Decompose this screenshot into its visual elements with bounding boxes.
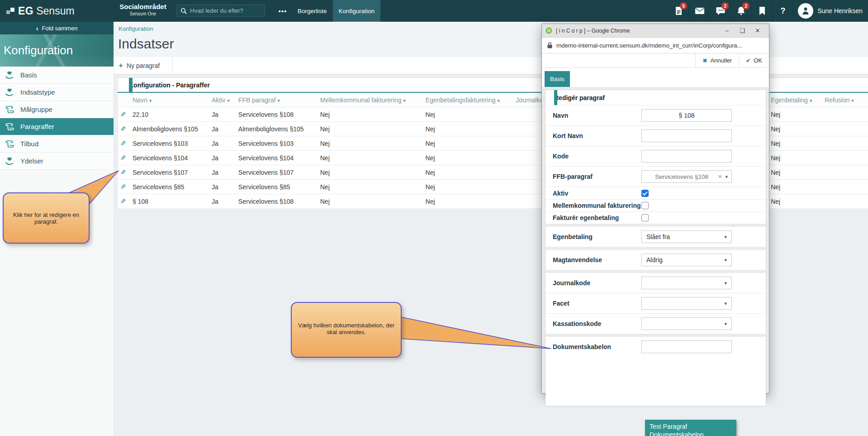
column-header-mellemkommunal[interactable]: Mellemkommunal fakturering▾ xyxy=(320,96,426,104)
collapse-label: Fold sammen xyxy=(42,25,78,32)
edit-pencil-icon[interactable]: ✎ xyxy=(120,139,126,148)
fakturer-egenbetaling-checkbox[interactable] xyxy=(641,214,649,221)
callout-choose-template: Vælg hvilken dokumentskabelon, der skal … xyxy=(291,302,402,358)
column-header-egenbetalingsfakturering[interactable]: Egenbetalingsfakturering▾ xyxy=(426,96,516,104)
cell-mellemkommunal: Nej xyxy=(320,154,426,162)
column-header-egenbetaling[interactable]: Egenbetaling▾ xyxy=(771,96,825,104)
help-button[interactable]: ? xyxy=(772,0,793,22)
mellemkommunal-checkbox[interactable] xyxy=(641,202,649,209)
edit-paragraph-popup: [ i n C o r p ] – Google Chrome – ❑ ✕ rn… xyxy=(541,24,769,393)
maximize-icon[interactable]: ❑ xyxy=(735,24,750,37)
scroll-icon xyxy=(4,139,15,149)
form-title: Redigér paragraf xyxy=(554,94,605,101)
chat-button[interactable]: 2 xyxy=(710,0,730,22)
sidebar-item-paragraffer[interactable]: Paragraffer xyxy=(0,118,114,135)
column-header-ffb-paragraf[interactable]: FFB paragraf▾ xyxy=(238,96,320,104)
bookmarks-button[interactable] xyxy=(751,0,772,22)
dokumentskabelon-dropdown-option[interactable]: Test Paragraf Dokumentskabelon xyxy=(645,420,736,436)
column-header-aktiv[interactable]: Aktiv▾ xyxy=(212,96,238,104)
app-logo[interactable]: EG Sensum xyxy=(6,0,75,22)
sidebar-item-basis[interactable]: Basis xyxy=(0,67,114,84)
edit-cell: ✎ xyxy=(118,168,133,177)
sidebar-collapse-button[interactable]: ‹ Fold sammen xyxy=(0,22,114,34)
form-row-dokumentskabelon: Dokumentskabelon xyxy=(545,337,766,357)
kode-input[interactable] xyxy=(641,150,732,163)
sidebar-item-label: Ydelser xyxy=(20,157,43,165)
sidebar-item-tilbud[interactable]: Tilbud xyxy=(0,135,114,153)
cancel-x-icon: ✖ xyxy=(702,57,707,64)
eg-logo-icon xyxy=(6,7,14,15)
sidebar-item-malgruppe[interactable]: Målgruppe xyxy=(0,101,114,118)
column-header-navn[interactable]: Navn▾ xyxy=(133,96,212,104)
popup-url: rndemo-internal-current.sensum.dk/rndemo… xyxy=(556,42,742,49)
form-row-kode: Kode xyxy=(545,146,766,167)
edit-pencil-icon[interactable]: ✎ xyxy=(120,125,126,133)
new-paragraph-button[interactable]: + Ny paragraf xyxy=(114,57,173,74)
cancel-button[interactable]: ✖ Annuller xyxy=(695,53,739,67)
notifications-button[interactable]: 2 xyxy=(730,0,751,22)
topbar-icons: 5 2 2 ? Sune Henrik xyxy=(669,0,868,22)
cell-egenbetalingsfakturering: Nej xyxy=(426,154,516,162)
help-icon: ? xyxy=(780,6,785,16)
sidebar-item-indsatstype[interactable]: Indsatstype xyxy=(0,84,114,101)
documents-button[interactable]: 5 xyxy=(669,0,689,22)
cell-mellemkommunal: Nej xyxy=(320,111,426,118)
kassationskode-select[interactable]: ▾ xyxy=(641,317,732,330)
sort-caret-icon: ▾ xyxy=(497,98,500,103)
magtanvendelse-select[interactable]: Aldrig ▾ xyxy=(641,254,732,266)
popup-title-bar[interactable]: [ i n C o r p ] – Google Chrome – ❑ ✕ xyxy=(542,24,769,38)
dokumentskabelon-input[interactable] xyxy=(641,340,732,353)
context-switcher[interactable]: Socialområdet Sensum One xyxy=(117,2,169,16)
sort-caret-icon: ▾ xyxy=(149,98,152,103)
column-header-refusion[interactable]: Refusion▾ xyxy=(825,96,868,104)
lock-icon xyxy=(547,42,552,48)
facet-select[interactable]: ▾ xyxy=(641,297,732,310)
documents-badge: 5 xyxy=(680,2,687,10)
sort-caret-icon: ▾ xyxy=(227,98,230,103)
edit-pencil-icon[interactable]: ✎ xyxy=(120,154,126,162)
user-menu[interactable]: Sune Henriksen xyxy=(793,0,868,22)
chevron-down-icon: ▾ xyxy=(724,321,727,327)
tab-konfiguration[interactable]: Konfiguration xyxy=(333,0,381,22)
form-header: Redigér paragraf xyxy=(545,90,766,105)
cell-aktiv: Ja xyxy=(212,111,238,118)
popup-url-bar[interactable]: rndemo-internal-current.sensum.dk/rndemo… xyxy=(542,38,769,53)
cell-mellemkommunal: Nej xyxy=(320,183,426,191)
edit-pencil-icon[interactable]: ✎ xyxy=(120,168,126,177)
remove-value-icon[interactable]: ✕ xyxy=(718,174,722,180)
cell-mellemkommunal: Nej xyxy=(320,169,426,176)
egenbetaling-select[interactable]: Slået fra ▾ xyxy=(641,230,732,243)
journalkode-select[interactable]: ▾ xyxy=(641,277,732,289)
ffb-paragraf-picker[interactable]: Servicelovens §108 ✕ ▾ xyxy=(641,170,732,183)
navn-input[interactable]: § 108 xyxy=(641,109,732,122)
cell-egenbetalingsfakturering: Nej xyxy=(426,140,516,147)
edit-pencil-icon[interactable]: ✎ xyxy=(120,110,126,119)
logo-text-bold: EG xyxy=(18,5,33,17)
aktiv-checkbox[interactable] xyxy=(641,190,649,197)
edit-pencil-icon[interactable]: ✎ xyxy=(120,183,126,191)
global-search[interactable]: Hvad leder du efter? xyxy=(176,5,265,17)
person-icon xyxy=(801,6,810,15)
minimize-icon[interactable]: – xyxy=(719,24,735,37)
chevron-down-icon[interactable]: ▾ xyxy=(725,174,728,180)
chevron-down-icon: ▾ xyxy=(724,257,727,263)
sidebar-item-ydelser[interactable]: Ydelser xyxy=(0,153,114,170)
cell-mellemkommunal: Nej xyxy=(320,198,426,205)
chat-badge: 2 xyxy=(721,2,729,10)
edit-pencil-icon[interactable]: ✎ xyxy=(120,197,126,206)
close-icon[interactable]: ✕ xyxy=(750,24,765,37)
chevron-down-icon: ▾ xyxy=(724,280,727,286)
tab-borgerliste[interactable]: Borgerliste xyxy=(292,0,333,22)
tab-basis[interactable]: Basis xyxy=(545,71,570,87)
cell-navn: § 108 xyxy=(133,198,212,205)
breadcrumb[interactable]: Konfiguration xyxy=(119,25,153,32)
more-menu-button[interactable]: ••• xyxy=(276,0,289,22)
sort-caret-icon: ▾ xyxy=(403,98,406,103)
notifications-badge: 2 xyxy=(742,2,749,10)
cell-egenbetaling: Nej xyxy=(771,125,825,133)
kort-navn-input[interactable] xyxy=(641,129,732,142)
mail-button[interactable] xyxy=(689,0,710,22)
hand-heart-icon xyxy=(4,156,15,167)
scroll-icon xyxy=(4,121,15,132)
ok-button[interactable]: ✔ OK xyxy=(739,53,769,67)
